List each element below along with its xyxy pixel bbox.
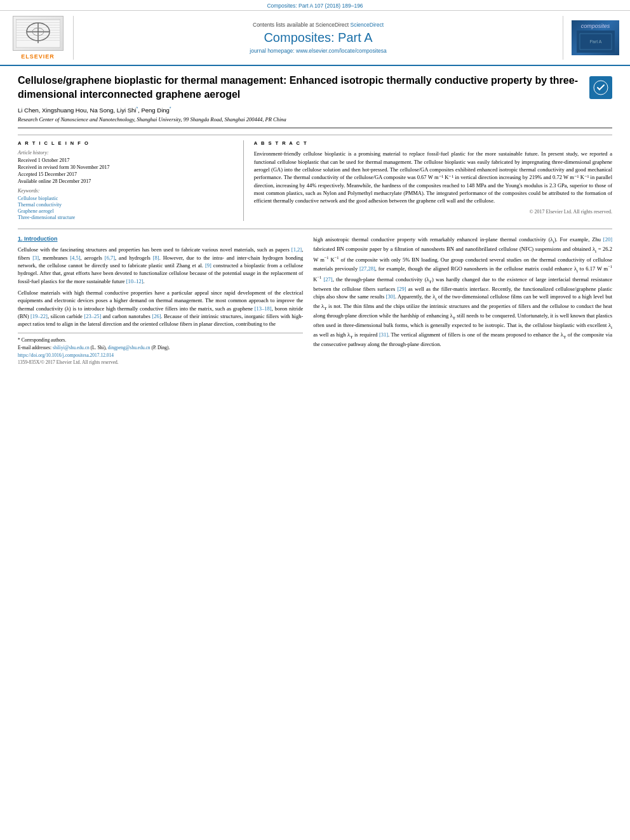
right-paragraph-1: high anisotropic thermal conductive prop… xyxy=(313,236,612,348)
footnote-corresponding: * Corresponding authors. xyxy=(18,337,303,343)
elsevier-logo: ELSEVIER xyxy=(10,16,74,60)
check-for-updates-badge xyxy=(589,76,612,99)
ref-3[interactable]: [3] xyxy=(32,255,39,261)
svg-point-4 xyxy=(32,28,44,36)
email-link-2[interactable]: dingpeng@shu.edu.cn xyxy=(108,345,151,350)
journal-homepage: journal homepage: www.elsevier.com/locat… xyxy=(250,48,386,54)
abstract-column: A B S T R A C T Environment-friendly cel… xyxy=(254,140,612,221)
sciencedirect-line: Contents lists available at ScienceDirec… xyxy=(253,22,384,28)
elsevier-logo-image xyxy=(13,16,64,51)
journal-header: ELSEVIER Contents lists available at Sci… xyxy=(0,11,630,66)
composites-logo-box: composites Part A xyxy=(572,20,619,55)
body-left-text: Cellulose with the fascinating structure… xyxy=(18,246,303,328)
sciencedirect-link[interactable]: ScienceDirect xyxy=(351,22,384,28)
body-content: 1. Introduction Cellulose with the fasci… xyxy=(18,229,612,365)
article-info-abstract: A R T I C L E I N F O Article history: R… xyxy=(18,135,612,221)
keywords-label: Keywords: xyxy=(18,188,236,194)
journal-center: Contents lists available at ScienceDirec… xyxy=(81,16,555,60)
ref-13-18[interactable]: [13–18] xyxy=(255,305,272,312)
keyword-4: Three-dimensional structure xyxy=(18,215,236,220)
ref-4-5[interactable]: [4,5] xyxy=(70,255,80,261)
authors: Li Chen, Xingshuang Hou, Na Song, Liyi S… xyxy=(18,106,582,114)
ref-29[interactable]: [29] xyxy=(397,286,406,292)
ref-9[interactable]: [9] xyxy=(205,262,211,269)
journal-citation: Composites: Part A 107 (2018) 189–196 xyxy=(267,3,363,9)
ref-1-2[interactable]: [1,2] xyxy=(292,246,302,253)
abstract-text: Environment-friendly cellulose bioplasti… xyxy=(254,150,612,204)
accepted-date: Accepted 15 December 2017 xyxy=(18,171,236,177)
footnote-copyright: 1359-835X/© 2017 Elsevier Ltd. All right… xyxy=(18,359,303,365)
intro-paragraph-2: Cellulose materials with high thermal co… xyxy=(18,289,303,328)
abstract-label: A B S T R A C T xyxy=(254,140,612,146)
svg-text:Part A: Part A xyxy=(589,39,601,44)
homepage-url[interactable]: www.elsevier.com/locate/compositesa xyxy=(296,48,387,54)
copyright-line: © 2017 Elsevier Ltd. All rights reserved… xyxy=(254,209,612,215)
ref-30[interactable]: [30] xyxy=(386,293,395,300)
ref-8[interactable]: [8] xyxy=(153,255,159,261)
ref-23-25[interactable]: [23–25] xyxy=(84,313,101,319)
article-info-label: A R T I C L E I N F O xyxy=(18,140,236,146)
affiliation: Research Center of Nanoscience and Nanot… xyxy=(18,116,582,123)
footnote-doi[interactable]: https://doi.org/10.1016/j.compositesa.20… xyxy=(18,352,303,358)
journal-topbar: Composites: Part A 107 (2018) 189–196 xyxy=(0,0,630,11)
article-title-text: Cellulose/graphene bioplastic for therma… xyxy=(18,74,582,123)
ref-10-12[interactable]: [10–12] xyxy=(126,278,144,284)
keyword-2: Thermal conductivity xyxy=(18,202,236,208)
article-title: Cellulose/graphene bioplastic for therma… xyxy=(18,74,582,101)
keyword-3: Graphene aerogel xyxy=(18,208,236,214)
composites-logo: composites Part A xyxy=(563,16,620,60)
ref-6-7[interactable]: [6,7] xyxy=(105,255,115,261)
elsevier-name: ELSEVIER xyxy=(21,53,55,60)
svg-rect-0 xyxy=(16,19,60,48)
page-wrapper: Composites: Part A 107 (2018) 189–196 EL… xyxy=(0,0,630,840)
ref-27[interactable]: [27] xyxy=(323,276,332,283)
svg-point-1 xyxy=(27,23,50,41)
ref-31[interactable]: [31] xyxy=(379,331,388,338)
ref-20[interactable]: [20] xyxy=(603,236,612,243)
received-date: Received 1 October 2017 xyxy=(18,157,236,163)
history-label: Article history: xyxy=(18,150,236,156)
body-right-text: high anisotropic thermal conductive prop… xyxy=(313,236,612,348)
ref-19-22[interactable]: [19–22] xyxy=(30,313,48,319)
main-content: Cellulose/graphene bioplastic for therma… xyxy=(0,66,630,373)
body-right-column: high anisotropic thermal conductive prop… xyxy=(313,236,612,365)
ref-27-28[interactable]: [27,28] xyxy=(359,265,375,272)
section-1-heading: 1. Introduction xyxy=(18,236,303,242)
email-link-1[interactable]: shiliyi@shu.edu.cn xyxy=(53,345,90,350)
ref-26[interactable]: [26] xyxy=(152,313,161,319)
footnote-email: E-mail addresses: shiliyi@shu.edu.cn (L.… xyxy=(18,345,303,350)
footnote-section: * Corresponding authors. E-mail addresse… xyxy=(18,333,303,365)
journal-title-header: Composites: Part A xyxy=(264,30,372,45)
available-date: Available online 28 December 2017 xyxy=(18,178,236,184)
intro-paragraph-1: Cellulose with the fascinating structure… xyxy=(18,246,303,285)
revised-date: Received in revised form 30 November 201… xyxy=(18,164,236,170)
article-info-column: A R T I C L E I N F O Article history: R… xyxy=(18,140,244,221)
keyword-1: Cellulose bioplastic xyxy=(18,196,236,201)
abstract-paragraph: Environment-friendly cellulose bioplasti… xyxy=(254,150,612,204)
article-title-section: Cellulose/graphene bioplastic for therma… xyxy=(18,74,612,128)
body-left-column: 1. Introduction Cellulose with the fasci… xyxy=(18,236,303,365)
